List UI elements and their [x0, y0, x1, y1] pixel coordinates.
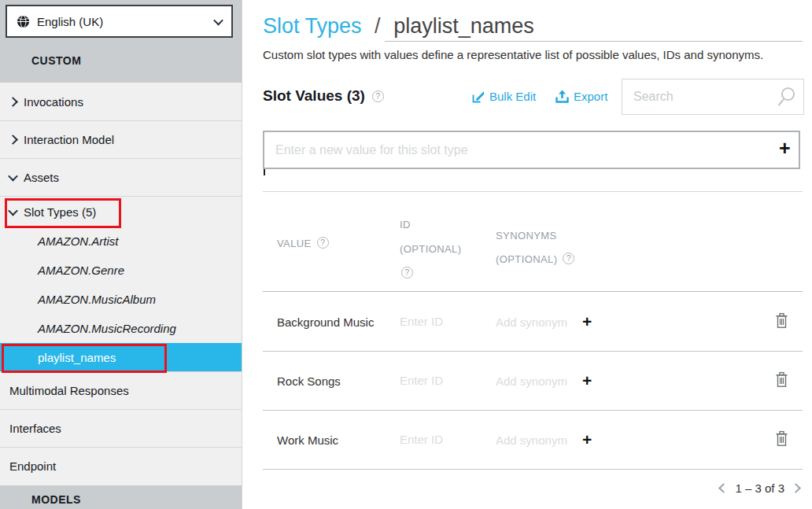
sidebar-item-amazon-genre[interactable]: AMAZON.Genre [0, 256, 242, 285]
sidebar-item-amazon-musicrecording[interactable]: AMAZON.MusicRecording [0, 314, 242, 343]
trash-icon [775, 313, 788, 329]
breadcrumb-slot-types-link[interactable]: Slot Types [263, 14, 362, 38]
slot-id-input[interactable] [400, 433, 486, 446]
trash-icon [775, 431, 788, 447]
column-header-synonyms: SYNONYMS (OPTIONAL)? [496, 224, 574, 271]
language-selector-value: English (UK) [37, 15, 208, 28]
alexa-console-slot-types-screen: English (UK) CUSTOM Invocations Interact… [0, 0, 812, 509]
sidebar-item-assets[interactable]: Assets [0, 158, 242, 196]
sidebar-item-label: Interaction Model [24, 133, 114, 146]
sidebar-item-amazon-artist[interactable]: AMAZON.Artist [0, 227, 242, 256]
slot-value-text[interactable]: Work Music [277, 433, 338, 447]
trash-icon [775, 372, 788, 388]
pagination: 1 – 3 of 3 [720, 481, 799, 495]
add-synonym-button[interactable]: + [582, 314, 592, 330]
column-header-synonyms-line2: (OPTIONAL) [496, 253, 557, 265]
search-box [622, 79, 804, 115]
slot-value-text[interactable]: Background Music [277, 315, 374, 329]
pagination-label: 1 – 3 of 3 [735, 481, 784, 495]
sidebar-item-slot-types[interactable]: Slot Types (5) [0, 196, 242, 227]
slot-id-cell [400, 433, 486, 447]
export-button[interactable]: Export [555, 90, 607, 103]
sidebar-item-interaction-model[interactable]: Interaction Model [0, 120, 242, 158]
delete-value-button[interactable] [775, 372, 788, 390]
add-synonym-input[interactable] [496, 433, 574, 447]
sidebar-item-label: Endpoint [9, 459, 56, 473]
add-synonym-button[interactable]: + [582, 373, 592, 389]
chevron-down-icon [8, 172, 18, 182]
export-label: Export [574, 90, 607, 103]
synonym-cell: + [496, 373, 592, 389]
delete-value-button[interactable] [775, 431, 788, 449]
sidebar-section-models: MODELS [31, 493, 81, 506]
sidebar-item-label: AMAZON.MusicAlbum [38, 293, 156, 306]
help-icon[interactable]: ? [401, 267, 413, 278]
table-header: VALUE? ID (OPTIONAL) ? SYNONYMS (OPTIONA… [263, 191, 803, 292]
slot-value-row: Rock Songs + [263, 352, 803, 411]
new-slot-value-box [263, 131, 800, 169]
language-selector[interactable]: English (UK) [6, 5, 233, 38]
page-title[interactable]: playlist_names [393, 14, 534, 38]
add-synonym-input[interactable] [496, 374, 574, 388]
sidebar-section-custom: CUSTOM [31, 54, 81, 67]
slot-values-heading: Slot Values (3)? [263, 87, 384, 105]
column-header-id-line2: (OPTIONAL) [400, 243, 461, 255]
bulk-edit-button[interactable]: Bulk Edit [472, 90, 536, 103]
column-header-id: ID (OPTIONAL) ? [400, 212, 461, 286]
sidebar-item-invocations[interactable]: Invocations [0, 83, 242, 120]
chevron-down-icon [8, 205, 18, 216]
sidebar-nav: Invocations Interaction Model Assets Slo… [0, 83, 242, 485]
sidebar-top-section: English (UK) CUSTOM [0, 0, 242, 83]
sidebar-item-amazon-musicalbum[interactable]: AMAZON.MusicAlbum [0, 285, 242, 314]
sidebar-item-label: playlist_names [38, 351, 116, 364]
help-icon[interactable]: ? [563, 253, 574, 264]
slot-value-text[interactable]: Rock Songs [277, 374, 341, 388]
globe-icon [17, 15, 30, 28]
sidebar-item-label: Slot Types (5) [24, 205, 96, 219]
magnifier-icon [776, 86, 798, 108]
page-description: Custom slot types with values define a r… [263, 48, 763, 61]
chevron-right-icon [8, 135, 18, 145]
add-synonym-button[interactable]: + [582, 432, 592, 448]
add-synonym-input[interactable] [496, 315, 574, 329]
sidebar-item-label: Interfaces [9, 422, 61, 435]
edit-icon [472, 90, 485, 103]
sidebar-item-label: AMAZON.Artist [38, 234, 119, 248]
slot-values-heading-text: Slot Values (3) [263, 87, 365, 104]
sidebar-item-label: AMAZON.MusicRecording [38, 322, 176, 335]
pagination-prev-icon[interactable] [719, 483, 729, 493]
sidebar-item-endpoint[interactable]: Endpoint [0, 447, 242, 485]
sidebar-item-multimodal-responses[interactable]: Multimodal Responses [0, 371, 242, 409]
column-header-id-line1: ID [400, 219, 411, 231]
help-icon[interactable]: ? [372, 90, 384, 102]
slot-id-cell [400, 315, 486, 329]
synonym-cell: + [496, 432, 592, 448]
text-cursor-artifact [264, 169, 265, 175]
column-header-value-text: VALUE [277, 238, 312, 249]
sidebar-bottom-section: MODELS [0, 485, 242, 509]
bulk-edit-label: Bulk Edit [489, 90, 536, 103]
add-value-button[interactable]: + [779, 138, 791, 158]
slot-value-row: Work Music + [263, 411, 803, 470]
new-slot-value-input[interactable] [263, 131, 800, 169]
slot-id-input[interactable] [400, 315, 486, 328]
sidebar-item-playlist-names[interactable]: playlist_names [0, 343, 242, 371]
upload-icon [555, 90, 569, 103]
sidebar-item-label: AMAZON.Genre [38, 264, 124, 277]
chevron-right-icon [8, 97, 18, 107]
sidebar-item-label: Assets [24, 171, 59, 184]
breadcrumb-separator: / [375, 14, 381, 38]
sidebar-item-label: Invocations [24, 95, 83, 109]
chevron-down-icon [213, 15, 223, 25]
sidebar-item-interfaces[interactable]: Interfaces [0, 409, 242, 447]
slot-id-input[interactable] [400, 374, 486, 387]
sidebar: English (UK) CUSTOM Invocations Interact… [0, 0, 242, 509]
delete-value-button[interactable] [775, 313, 788, 331]
breadcrumb: Slot Types / playlist_names [263, 14, 534, 39]
pagination-next-icon[interactable] [791, 483, 801, 493]
column-header-synonyms-line1: SYNONYMS [496, 230, 557, 242]
slot-value-row: Background Music + [263, 293, 803, 352]
title-underline [385, 41, 803, 42]
help-icon[interactable]: ? [317, 237, 329, 249]
sidebar-item-label: Multimodal Responses [9, 384, 129, 397]
